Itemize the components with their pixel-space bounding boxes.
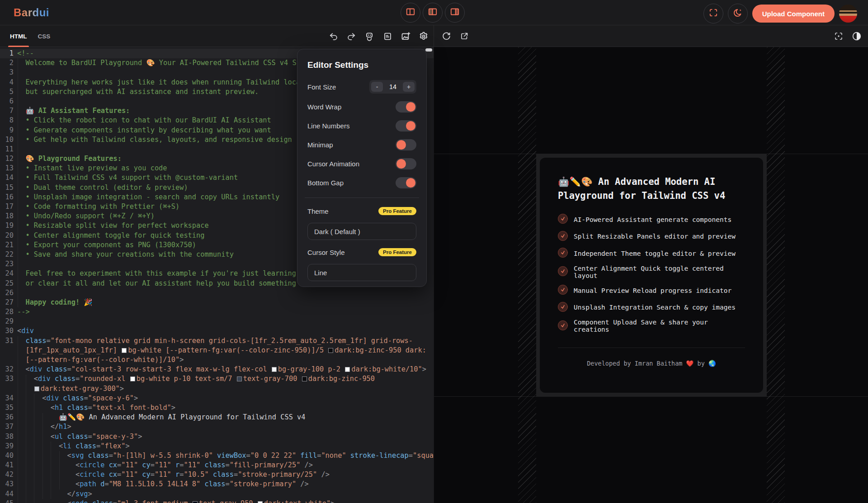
code-token: "flex" (100, 442, 125, 450)
code-token: class (46, 365, 67, 373)
center-focus-button[interactable] (834, 31, 844, 41)
gear-button[interactable] (419, 31, 429, 41)
code-token (17, 394, 42, 402)
code-token: div (21, 327, 34, 335)
code-token: = (226, 461, 230, 469)
font-size-increase-button[interactable]: + (403, 82, 415, 92)
code-token: class (75, 442, 96, 450)
user-avatar[interactable] (839, 5, 857, 23)
code-token: </ (51, 423, 59, 431)
code-line[interactable]: 26 (0, 288, 434, 298)
code-token: = (226, 480, 230, 488)
code-line[interactable]: [--pattern-fg:var(--color-white)]/10"> (0, 355, 434, 365)
code-token: > (126, 442, 130, 450)
code-token: "rounded-xl (80, 375, 130, 383)
format-doc-button[interactable] (382, 31, 392, 41)
code-line[interactable]: [1fr_1px_auto_1px_1fr] bg-white [--patte… (0, 346, 434, 355)
fullscreen-icon (708, 8, 718, 19)
code-line[interactable]: 42 <circle cx="11" cy="11" r="10.5" clas… (0, 470, 434, 479)
toggle-label: Word Wrap (307, 103, 341, 111)
code-token: "space-y-3" (92, 432, 138, 441)
fullscreen-button[interactable] (703, 4, 723, 24)
code-line[interactable]: 44 </svg> (0, 489, 434, 499)
code-line[interactable]: 45 <code class="ml-3 font-medium text-gr… (0, 499, 434, 503)
toggle-minimap[interactable] (396, 139, 416, 150)
theme-row: Theme Pro Feature (307, 207, 416, 215)
code-token: = (109, 451, 113, 460)
font-size-row: Font Size - 14 + (307, 80, 416, 94)
line-number: 34 (0, 394, 14, 403)
settings-title: Editor Settings (307, 60, 416, 70)
code-line[interactable]: 29 (0, 317, 434, 326)
code-token: • Code formatting with Prettier (⌘+S) (17, 202, 179, 211)
code-line[interactable]: 34 <div class="space-y-6"> (0, 394, 434, 403)
toggle-word-wrap[interactable] (396, 101, 416, 113)
line-number: 7 (0, 106, 14, 116)
reload-button[interactable] (441, 31, 451, 41)
layout-split-button[interactable] (423, 3, 443, 23)
toggle-cursor-animation[interactable] (396, 158, 416, 169)
code-token: > (88, 490, 92, 498)
code-line[interactable]: 32 <div class="col-start-3 row-start-3 f… (0, 365, 434, 374)
code-line[interactable]: 31 class="font-mono relative grid min-h-… (0, 336, 434, 346)
cursor-style-label: Cursor Style (307, 249, 345, 256)
code-token: = (67, 365, 71, 373)
code-token: "11" (155, 470, 175, 479)
layout-left-button[interactable] (401, 3, 420, 23)
code-line[interactable]: 27 Happy coding! 🎉 (0, 298, 434, 307)
code-token: < (17, 327, 21, 335)
feature-item: Center Alignment Quick toggle centered l… (558, 265, 745, 279)
code-token: div (38, 375, 55, 383)
line-number: 24 (0, 269, 14, 278)
code-line[interactable]: 41 <circle cx="11" cy="11" r="11" class=… (0, 461, 434, 470)
line-number: 32 (0, 365, 14, 374)
pattern-stripe-left (518, 47, 536, 503)
line-number: 44 (0, 489, 14, 499)
feature-list: AI-Powered Assistant generate components… (558, 214, 745, 333)
image-add-button[interactable] (401, 31, 410, 41)
image-add-icon (401, 31, 410, 41)
toggle-line-numbers[interactable] (396, 120, 416, 132)
code-token: > (138, 432, 142, 441)
theme-select[interactable]: Dark ( Default ) (307, 223, 416, 240)
code-token (17, 499, 67, 503)
color-swatch (258, 501, 263, 503)
indent-guide (42, 413, 43, 499)
robot-button[interactable] (364, 31, 374, 41)
code-line[interactable]: 40 <svg class="h-[1lh] w-5.5 shrink-0" v… (0, 451, 434, 461)
code-line[interactable]: 33 <div class="rounded-xl bg-white p-10 … (0, 374, 434, 384)
code-line[interactable]: 38 <ul class="space-y-3"> (0, 432, 434, 442)
toggle-knob (406, 121, 415, 131)
upload-component-button[interactable]: Upload Component (752, 5, 835, 23)
code-token: • Resizable split view for perfect works… (17, 221, 209, 230)
code-line[interactable]: dark:text-gray-300"> (0, 384, 434, 394)
code-token: = (117, 470, 121, 479)
line-number: 37 (0, 422, 14, 432)
contrast-button[interactable] (852, 31, 862, 41)
cursor-style-select[interactable]: Line (307, 264, 416, 281)
code-line[interactable]: 39 <li class="flex"> (0, 442, 434, 451)
code-token: Happy coding! 🎉 (17, 298, 92, 306)
check-icon (558, 320, 568, 332)
tab-html[interactable]: HTML (10, 25, 27, 47)
line-number: 18 (0, 212, 14, 221)
editor-scrollbar-thumb[interactable] (425, 48, 432, 52)
code-line[interactable]: 37 </h1> (0, 422, 434, 432)
code-line[interactable]: 28--> (0, 307, 434, 317)
redo-button[interactable] (346, 31, 356, 41)
reload-icon (442, 32, 451, 41)
toggle-bottom-gap[interactable] (396, 177, 416, 188)
code-line[interactable]: 43 <path d="M8 11.5L10.5 14L14 8" class=… (0, 479, 434, 489)
layout-right-button[interactable] (445, 3, 465, 23)
card-footer: Developed by Imran Baitham ❤️ by 🌏 (558, 360, 745, 367)
code-line[interactable]: 36 🤖✏️🎨 An Advanced Modern AI Playground… (0, 413, 434, 422)
code-token: • Save and share your creations with the… (17, 250, 234, 259)
undo-button[interactable] (328, 31, 338, 41)
tab-css[interactable]: CSS (38, 25, 51, 47)
code-line[interactable]: 30<div (0, 326, 434, 336)
font-size-decrease-button[interactable]: - (371, 82, 383, 92)
external-link-button[interactable] (459, 31, 469, 41)
theme-toggle-button[interactable] (728, 4, 748, 24)
code-line[interactable]: 35 <h1 class="text-xl font-bold"> (0, 403, 434, 413)
code-token: class (204, 480, 225, 488)
